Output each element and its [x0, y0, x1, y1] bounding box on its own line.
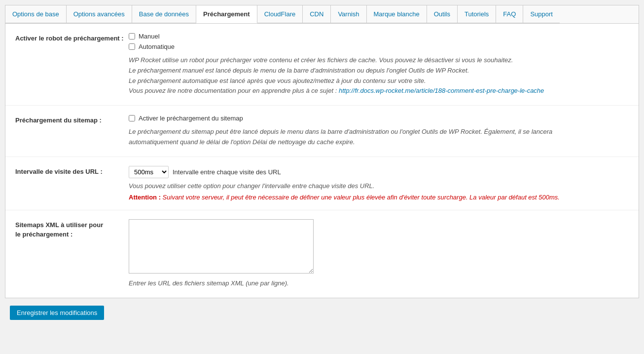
automatique-checkbox-line: Automatique [129, 43, 629, 50]
robot-label: Activer le robot de préchargement : [15, 33, 124, 43]
intervalle-content: 200ms500ms1000ms2000ms Intervalle entre … [124, 166, 629, 201]
interval-inline: 200ms500ms1000ms2000ms Intervalle entre … [129, 166, 629, 178]
content-panel: Activer le robot de préchargement : Manu… [5, 24, 639, 298]
automatique-label[interactable]: Automatique [139, 43, 175, 50]
intervalle-desc: Vous pouvez utiliser cette option pour c… [129, 182, 629, 190]
tab-bar: Options de baseOptions avancéesBase de d… [5, 5, 639, 24]
save-button[interactable]: Enregistrer les modifications [10, 306, 104, 320]
sitemaps-xml-desc: Entrer les URL des fichiers sitemap XML … [129, 278, 629, 289]
save-bar: Enregistrer les modifications [5, 298, 639, 327]
sitemap-checkbox[interactable] [129, 115, 135, 121]
robot-desc-line3: Le préchargement automatique est lancé a… [129, 77, 426, 84]
robot-doc-link[interactable]: http://fr.docs.wp-rocket.me/article/188-… [339, 87, 544, 94]
sitemap-label: Préchargement du sitemap : [15, 115, 124, 125]
sitemaps-xml-content: Entrer les URL des fichiers sitemap XML … [124, 219, 629, 289]
robot-desc-line1: WP Rocket utilise un robot pour précharg… [129, 56, 513, 64]
warning-bold-label: Attention : [129, 194, 163, 201]
sitemaps-xml-row: Sitemaps XML à utiliser pour le précharg… [5, 210, 639, 298]
tab-prechargement[interactable]: Préchargement [196, 5, 257, 23]
manuel-label[interactable]: Manuel [139, 33, 160, 40]
sitemap-row: Préchargement du sitemap : Activer le pr… [5, 106, 639, 157]
robot-description: WP Rocket utilise un robot pour précharg… [129, 55, 629, 96]
robot-desc-line2: Le préchargement manuel est lancé depuis… [129, 67, 469, 74]
interval-inline-label: Intervalle entre chaque visite des URL [173, 168, 281, 176]
tab-outils[interactable]: Outils [427, 5, 458, 23]
tab-cdn[interactable]: CDN [303, 5, 331, 23]
manuel-checkbox[interactable] [129, 33, 135, 39]
robot-row: Activer le robot de préchargement : Manu… [5, 24, 639, 106]
robot-content: Manuel Automatique WP Rocket utilise un … [124, 33, 629, 96]
sitemap-checkbox-label[interactable]: Activer le préchargement du sitemap [139, 115, 243, 122]
sitemaps-xml-textarea[interactable] [129, 219, 314, 274]
intervalle-warning: Attention : Suivant votre serveur, il pe… [129, 194, 629, 201]
tab-cloudflare[interactable]: CloudFlare [257, 5, 303, 23]
intervalle-label: Intervalle de visite des URL : [15, 166, 124, 177]
tab-base-de-donnees[interactable]: Base de données [132, 5, 196, 23]
sitemaps-xml-desc-text: Entrer les URL des fichiers sitemap XML … [129, 279, 289, 287]
tab-support[interactable]: Support [523, 5, 560, 23]
manuel-checkbox-line: Manuel [129, 33, 629, 40]
intervalle-row: Intervalle de visite des URL : 200ms500m… [5, 157, 639, 210]
tab-marque-blanche[interactable]: Marque blanche [367, 5, 427, 23]
automatique-checkbox[interactable] [129, 43, 135, 50]
robot-desc-line4: Vous pouvez lire notre documentation pou… [129, 87, 337, 94]
tab-options-base[interactable]: Options de base [5, 5, 67, 23]
sitemaps-xml-label: Sitemaps XML à utiliser pour le précharg… [15, 219, 124, 239]
sitemap-desc-line2: automatiquement quand le délai de l'opti… [129, 138, 355, 146]
tab-options-avancees[interactable]: Options avancées [67, 5, 132, 23]
sitemap-description: Le préchargement du sitemap peut être la… [129, 127, 629, 148]
tab-varnish[interactable]: Varnish [331, 5, 366, 23]
sitemap-checkbox-line: Activer le préchargement du sitemap [129, 115, 629, 122]
tab-tutoriels[interactable]: Tutoriels [458, 5, 496, 23]
warning-message: Suivant votre serveur, il peut être néce… [163, 194, 560, 201]
interval-select[interactable]: 200ms500ms1000ms2000ms [129, 166, 169, 178]
sitemap-content: Activer le préchargement du sitemap Le p… [124, 115, 629, 148]
tab-faq[interactable]: FAQ [496, 5, 523, 23]
intervalle-desc-text: Vous pouvez utiliser cette option pour c… [129, 182, 374, 190]
sitemap-desc-line1: Le préchargement du sitemap peut être la… [129, 128, 552, 135]
